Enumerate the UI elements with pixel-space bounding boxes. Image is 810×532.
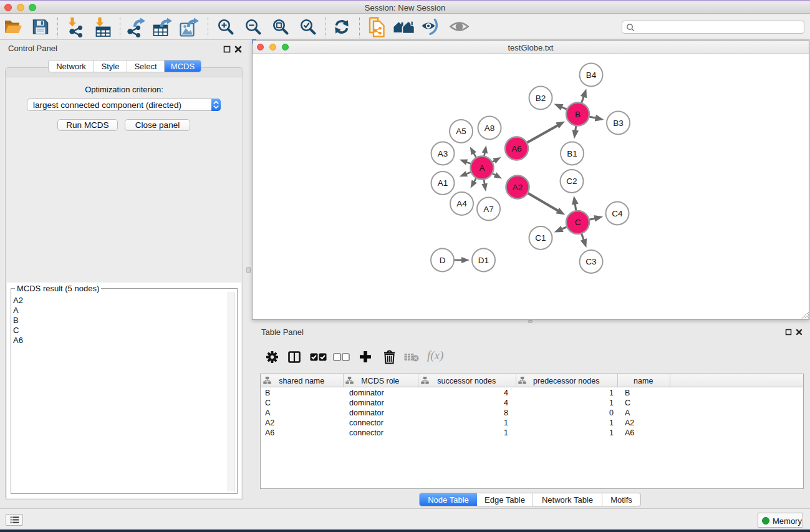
svg-text:A1: A1 xyxy=(438,178,448,188)
svg-text:A8: A8 xyxy=(485,123,495,133)
svg-text:D: D xyxy=(440,256,446,265)
svg-text:C4: C4 xyxy=(612,209,623,218)
svg-text:B4: B4 xyxy=(586,70,597,80)
svg-text:A4: A4 xyxy=(456,199,467,208)
svg-text:A7: A7 xyxy=(483,205,494,214)
svg-text:B1: B1 xyxy=(567,149,577,158)
svg-text:C1: C1 xyxy=(535,233,546,243)
svg-text:A: A xyxy=(479,163,485,173)
svg-text:B3: B3 xyxy=(613,118,624,128)
svg-text:A3: A3 xyxy=(438,149,448,158)
svg-text:D1: D1 xyxy=(478,256,489,265)
svg-text:B: B xyxy=(575,110,581,119)
svg-text:C3: C3 xyxy=(586,257,596,266)
svg-text:A2: A2 xyxy=(513,183,523,192)
svg-text:C2: C2 xyxy=(566,177,577,186)
svg-text:C: C xyxy=(575,218,581,227)
svg-text:B2: B2 xyxy=(536,94,546,103)
svg-text:A6: A6 xyxy=(511,144,522,153)
svg-text:A5: A5 xyxy=(456,127,466,136)
